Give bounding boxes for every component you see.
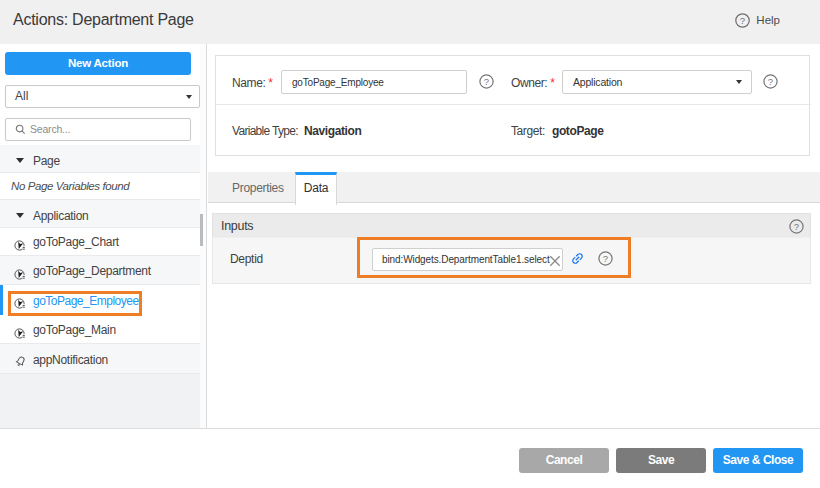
svg-text:?: ? [740, 15, 745, 26]
svg-text:?: ? [603, 253, 608, 264]
svg-text:?: ? [794, 221, 799, 232]
svg-text:?: ? [484, 76, 489, 87]
svg-text:?: ? [768, 76, 773, 87]
